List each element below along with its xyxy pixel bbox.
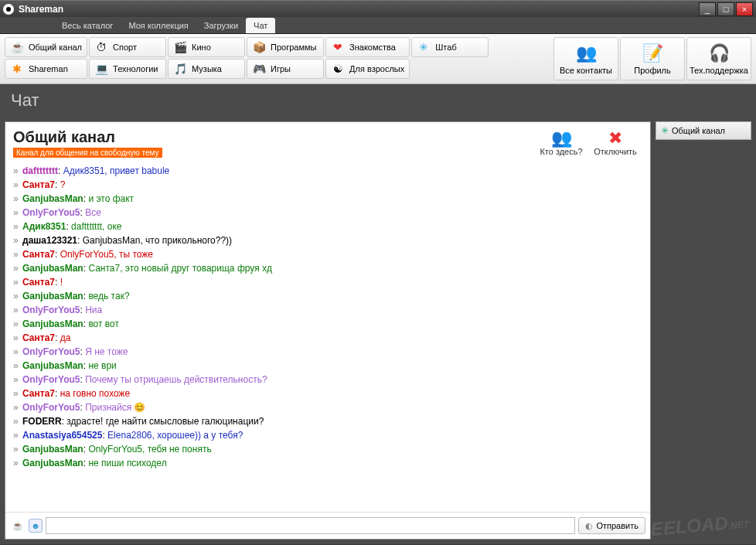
channel-icon: ☯	[331, 62, 345, 76]
arrow-icon: »	[13, 458, 21, 468]
tab-1[interactable]: Моя коллекция	[121, 18, 196, 33]
send-label: Отправить	[596, 521, 639, 530]
chat-message: » GanjubasMan: и это факт	[13, 192, 642, 206]
message-text: вот вот	[88, 318, 119, 329]
channel-button[interactable]: ⏱Спорт	[89, 37, 166, 57]
message-input[interactable]	[46, 517, 575, 534]
arrow-icon: »	[13, 346, 21, 357]
big-label: Тех.поддержка	[690, 66, 748, 75]
message-text: OnlyForYou5, тебя не понять	[88, 444, 211, 455]
message-nick: GanjubasMan	[22, 360, 83, 371]
chat-action[interactable]: 👥Кто здесь?	[534, 128, 588, 156]
message-nick: GanjubasMan	[22, 193, 83, 204]
message-text: ведь так?	[88, 291, 129, 301]
message-nick: Санта7	[22, 249, 55, 260]
tab-2[interactable]: Загрузки	[196, 18, 246, 33]
arrow-icon: »	[13, 444, 21, 455]
arrow-icon: »	[13, 388, 21, 399]
message-text: Признайся 😊	[85, 402, 145, 413]
message-text: на говно похоже	[60, 388, 131, 399]
chat-message: » dafttttttt: Адик8351, привет babule	[13, 164, 642, 178]
channel-button[interactable]: ☕Общий канал	[5, 37, 87, 57]
channel-icon: 🎵	[173, 62, 187, 76]
message-text: не пиши психодел	[88, 458, 166, 468]
arrow-icon: »	[13, 402, 21, 413]
section-header: Чат	[0, 84, 756, 117]
chat-message: » Anastasiya654525: Elena2806, хорошее))…	[13, 428, 642, 442]
message-nick: OnlyForYou5	[22, 207, 80, 218]
big-label: Профиль	[634, 66, 671, 75]
channel-icon: 📦	[252, 40, 266, 54]
channel-button[interactable]: ❤Знакомства	[325, 37, 410, 57]
channel-button[interactable]: 🎬Кино	[168, 37, 245, 57]
arrow-icon: »	[13, 277, 21, 288]
channel-icon: 💻	[94, 62, 108, 76]
window-title: Shareman	[19, 4, 697, 15]
channel-button[interactable]: ☯Для взрослых	[325, 59, 410, 79]
channel-label: Игры	[271, 64, 291, 73]
message-nick: GanjubasMan	[22, 263, 83, 274]
chat-message: » Санта7: !	[13, 275, 642, 289]
channel-button[interactable]: 📦Программы	[247, 37, 324, 57]
message-nick: OnlyForYou5	[22, 374, 80, 385]
tab-0[interactable]: Весь каталог	[54, 18, 121, 33]
minimize-button[interactable]: _	[699, 2, 716, 16]
chat-action[interactable]: ✖Отключить	[588, 128, 642, 156]
message-text: !	[60, 277, 63, 288]
channel-label: Музыка	[192, 64, 222, 73]
chat-header: Общий канал Канал для общения на свободн…	[5, 122, 650, 161]
chat-message: » Санта7: OnlyForYou5, ты тоже	[13, 247, 642, 261]
chat-action-label: Кто здесь?	[540, 147, 582, 156]
chat-message: » Санта7: на говно похоже	[13, 387, 642, 400]
chat-message: » GanjubasMan: не ври	[13, 359, 642, 373]
tab-3[interactable]: Чат	[246, 18, 275, 33]
arrow-icon: »	[13, 305, 21, 315]
channel-icon: ⏱	[94, 40, 108, 54]
message-nick: Санта7	[22, 388, 55, 399]
toolbar-big-button[interactable]: 📝Профиль	[620, 37, 685, 80]
chat-message: » OnlyForYou5: Признайся 😊	[13, 400, 642, 414]
chat-message: » GanjubasMan: OnlyForYou5, тебя не поня…	[13, 442, 642, 456]
message-nick: Адик8351	[22, 221, 66, 232]
main-tabs: Весь каталогМоя коллекцияЗагрузкиЧат	[0, 17, 756, 34]
channel-button[interactable]: 🎵Музыка	[168, 59, 245, 79]
toolbar-big-button[interactable]: 👥Все контакты	[553, 37, 618, 80]
emoji-icon[interactable]: ☻	[29, 519, 43, 533]
arrow-icon: »	[13, 291, 21, 301]
message-nick: Anastasiya654525	[22, 430, 102, 441]
message-nick: GanjubasMan	[22, 444, 83, 455]
channel-label: Спорт	[113, 43, 137, 52]
arrow-icon: »	[13, 430, 21, 441]
channel-button[interactable]: 💻Технологии	[89, 59, 166, 79]
send-button[interactable]: ◐ Отправить	[578, 517, 645, 534]
chat-message: » FODERR: здрасте! где найти смысловые г…	[13, 414, 642, 428]
side-item-icon: ✳	[661, 125, 669, 136]
arrow-icon: »	[13, 249, 21, 260]
arrow-icon: »	[13, 416, 21, 427]
input-row: ☕ ☻ ◐ Отправить	[5, 512, 650, 539]
chat-message: » OnlyForYou5: Все	[13, 206, 642, 220]
channel-icon: 🎮	[252, 62, 266, 76]
channel-label: Shareman	[29, 64, 68, 73]
arrow-icon: »	[13, 221, 21, 232]
message-text: Почему ты отрицаешь действительность?	[85, 374, 267, 385]
toolbar-big-button[interactable]: 🎧Тех.поддержка	[686, 37, 751, 80]
toolbar: ☕Общий канал✱Shareman⏱Спорт💻Технологии🎬К…	[0, 34, 756, 84]
close-button[interactable]: ×	[736, 2, 753, 16]
message-nick: OnlyForYou5	[22, 346, 80, 357]
message-nick: Санта7	[22, 277, 55, 288]
arrow-icon: »	[13, 332, 21, 343]
message-nick: dafttttttt	[22, 165, 58, 176]
message-nick: Санта7	[22, 179, 55, 190]
maximize-button[interactable]: □	[717, 2, 734, 16]
message-text: Все	[85, 207, 101, 218]
chat-panel: Общий канал Канал для общения на свободн…	[5, 121, 651, 540]
chat-message: » Санта7: да	[13, 331, 642, 345]
channel-button[interactable]: ✱Shareman	[5, 59, 87, 79]
side-channel-item[interactable]: ✳Общий канал	[656, 121, 751, 140]
message-text: ?	[60, 179, 66, 190]
channel-button[interactable]: ✳Штаб	[411, 37, 489, 57]
messages-list: » dafttttttt: Адик8351, привет babule» С…	[5, 161, 650, 512]
channel-button[interactable]: 🎮Игры	[247, 59, 324, 79]
content-area: Общий канал Канал для общения на свободн…	[0, 117, 756, 544]
